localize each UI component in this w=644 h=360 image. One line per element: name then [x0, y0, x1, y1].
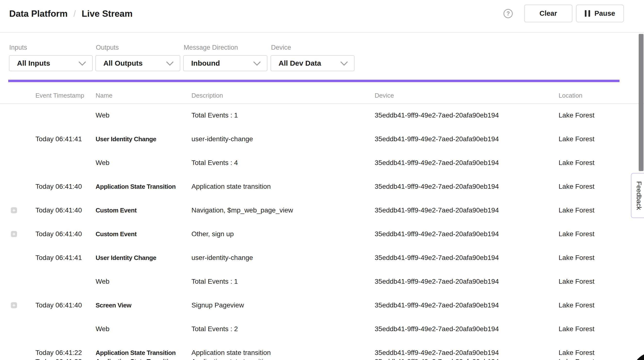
chevron-down-icon	[253, 58, 260, 66]
help-icon[interactable]: ?	[504, 9, 513, 18]
breadcrumb: Data Platform / Live Stream	[9, 9, 132, 19]
table-row: Today 06:41:40 Application State Transit…	[0, 175, 644, 198]
table-row: + Today 06:41:40 Screen View Signup Page…	[0, 293, 644, 317]
pause-button[interactable]: Pause	[576, 4, 624, 22]
device-select[interactable]: All Dev Data	[270, 55, 354, 71]
table-row: Today 06:41:41 User Identity Change user…	[0, 127, 644, 151]
table-row-clipped: Today 06:41:22 Application State Transit…	[0, 358, 644, 360]
pause-icon	[585, 10, 590, 17]
message-direction-filter-label: Message Direction	[184, 44, 238, 51]
column-header-name: Name	[96, 92, 112, 99]
column-header-timestamp: Event Timestamp	[36, 92, 84, 99]
expand-plus-icon[interactable]: +	[11, 302, 17, 308]
inputs-filter-label: Inputs	[9, 44, 27, 51]
table-header: Event Timestamp Name Description Device …	[0, 87, 644, 103]
table-row: Web Total Events : 1 35eddb41-9ff9-49e2-…	[0, 270, 644, 293]
outputs-select[interactable]: All Outputs	[95, 55, 180, 71]
table-row: Web Total Events : 2 35eddb41-9ff9-49e2-…	[0, 317, 644, 341]
expand-plus-icon[interactable]: +	[11, 231, 17, 237]
column-header-device: Device	[375, 92, 394, 99]
expand-plus-icon[interactable]: +	[11, 207, 17, 213]
stream-progress-bar	[8, 80, 620, 82]
device-filter-label: Device	[271, 44, 291, 51]
table-row: + Today 06:41:40 Custom Event Other, sig…	[0, 222, 644, 246]
chevron-down-icon	[78, 58, 86, 66]
table-row: + Today 06:41:40 Custom Event Navigation…	[0, 198, 644, 222]
table-row: Web Total Events : 4 35eddb41-9ff9-49e2-…	[0, 151, 644, 175]
outputs-filter-label: Outputs	[96, 44, 119, 51]
chevron-down-icon	[340, 58, 348, 66]
top-bar: Data Platform / Live Stream ? Clear Paus…	[0, 0, 644, 33]
breadcrumb-separator: /	[74, 9, 76, 19]
inputs-select[interactable]: All Inputs	[9, 55, 93, 71]
table-row: Today 06:41:22 Application State Transit…	[0, 341, 644, 360]
column-header-description: Description	[192, 92, 223, 99]
clear-button[interactable]: Clear	[524, 4, 572, 22]
message-direction-select[interactable]: Inbound	[183, 55, 268, 71]
breadcrumb-section[interactable]: Data Platform	[9, 9, 68, 19]
table-row: Web Total Events : 1 35eddb41-9ff9-49e2-…	[0, 103, 644, 127]
vertical-scrollbar-thumb[interactable]	[639, 34, 644, 171]
page-title: Live Stream	[82, 9, 133, 19]
table-row: Today 06:41:41 User Identity Change user…	[0, 246, 644, 270]
feedback-tab[interactable]: Feedback	[631, 173, 644, 218]
chevron-down-icon	[166, 58, 174, 66]
column-header-location: Location	[558, 92, 582, 99]
event-list: Web Total Events : 1 35eddb41-9ff9-49e2-…	[0, 103, 644, 360]
